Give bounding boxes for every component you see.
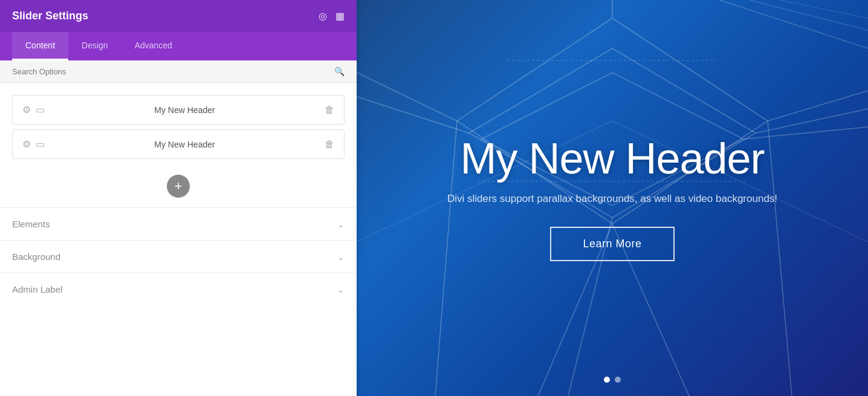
svg-line-17	[750, 0, 868, 30]
svg-line-18	[780, 0, 868, 18]
slide-2-delete-icon[interactable]: 🗑	[325, 139, 334, 150]
background-section[interactable]: Background ⌄	[0, 240, 357, 273]
slide-1-duplicate-icon[interactable]: ▭	[36, 104, 45, 115]
grid-icon[interactable]: ▦	[335, 10, 345, 22]
tab-advanced[interactable]: Advanced	[121, 32, 186, 60]
learn-more-button[interactable]: Learn More	[550, 227, 674, 261]
admin-label-section[interactable]: Admin Label ⌄	[0, 273, 357, 305]
header-icons: ◎ ▦	[319, 10, 345, 22]
slide-item-2: ⚙ ▭ My New Header 🗑	[12, 129, 345, 159]
slider-preview: My New Header Divi sliders support paral…	[357, 0, 868, 396]
tabs-bar: Content Design Advanced	[0, 32, 357, 60]
panel-header: Slider Settings ◎ ▦	[0, 0, 357, 32]
admin-label-chevron-icon: ⌄	[337, 285, 345, 294]
tab-content[interactable]: Content	[12, 32, 68, 60]
search-icon: 🔍	[334, 67, 345, 76]
admin-label-label: Admin Label	[12, 284, 62, 294]
elements-section[interactable]: Elements ⌄	[0, 207, 357, 240]
slide-content: My New Header Divi sliders support paral…	[423, 111, 802, 285]
slide-1-label: My New Header	[52, 105, 317, 115]
add-slide-container: +	[0, 165, 357, 207]
slide-item-1: ⚙ ▭ My New Header 🗑	[12, 95, 345, 125]
slide-2-duplicate-icon[interactable]: ▭	[36, 138, 45, 150]
slide-1-left-icons: ⚙ ▭	[22, 104, 45, 115]
slide-subtitle: Divi sliders support parallax background…	[447, 193, 777, 205]
slide-1-settings-icon[interactable]: ⚙	[22, 104, 31, 115]
target-icon[interactable]: ◎	[319, 10, 327, 22]
search-input[interactable]	[12, 67, 334, 76]
dot-1[interactable]	[604, 377, 610, 383]
panel-title: Slider Settings	[12, 10, 88, 22]
elements-label: Elements	[12, 219, 50, 229]
background-label: Background	[12, 252, 60, 262]
add-slide-button[interactable]: +	[167, 175, 190, 198]
dot-2[interactable]	[615, 377, 621, 383]
slide-2-left-icons: ⚙ ▭	[22, 138, 45, 150]
slide-1-delete-icon[interactable]: 🗑	[325, 105, 334, 115]
slider-dots	[604, 377, 621, 383]
slide-2-settings-icon[interactable]: ⚙	[22, 138, 31, 150]
background-chevron-icon: ⌄	[337, 252, 345, 262]
settings-panel: Slider Settings ◎ ▦ Content Design Advan…	[0, 0, 357, 396]
tab-design[interactable]: Design	[68, 32, 121, 60]
slide-main-heading: My New Header	[447, 135, 777, 183]
elements-chevron-icon: ⌄	[337, 219, 345, 229]
slide-2-label: My New Header	[52, 140, 317, 149]
search-bar: 🔍	[0, 60, 357, 83]
slides-list: ⚙ ▭ My New Header 🗑 ⚙ ▭ My New Header 🗑	[0, 83, 357, 165]
